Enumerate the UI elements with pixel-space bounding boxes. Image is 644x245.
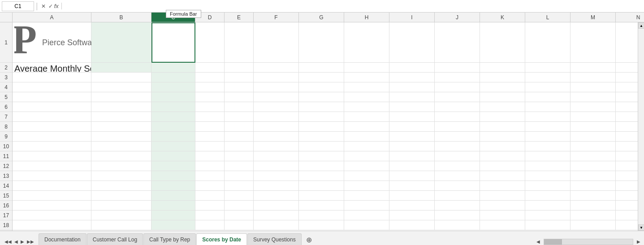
cell-i5[interactable] [389, 92, 435, 102]
cell-e11[interactable] [225, 151, 254, 161]
cell-h6[interactable] [344, 102, 389, 112]
cell-i8[interactable] [389, 122, 435, 132]
cell-g15[interactable] [299, 191, 344, 201]
col-header-i[interactable]: I [389, 13, 435, 22]
cell-i9[interactable] [389, 132, 435, 142]
cell-d18[interactable] [195, 220, 225, 230]
cell-b7[interactable] [91, 112, 151, 122]
cell-h1[interactable] [344, 22, 389, 63]
cell-i7[interactable] [389, 112, 435, 122]
tab-documentation[interactable]: Documentation [39, 233, 86, 245]
cell-f5[interactable] [254, 92, 299, 102]
cell-n3[interactable] [616, 73, 638, 82]
cell-g14[interactable] [299, 181, 344, 191]
cell-j7[interactable] [435, 112, 480, 122]
cell-e16[interactable] [225, 201, 254, 211]
cell-i11[interactable] [389, 151, 435, 161]
cell-e15[interactable] [225, 191, 254, 201]
cell-b6[interactable] [91, 102, 151, 112]
cell-a16[interactable] [13, 201, 91, 211]
cell-d15[interactable] [195, 191, 225, 201]
cell-c6[interactable] [151, 102, 195, 112]
confirm-icon[interactable]: ✓ [47, 3, 54, 9]
cell-i12[interactable] [389, 161, 435, 171]
cell-i15[interactable] [389, 191, 435, 201]
cell-g18[interactable] [299, 220, 344, 230]
cell-f15[interactable] [254, 191, 299, 201]
cell-l9[interactable] [525, 132, 571, 142]
cell-l5[interactable] [525, 92, 571, 102]
cell-l2[interactable] [525, 63, 571, 73]
cell-j8[interactable] [435, 122, 480, 132]
cell-h2[interactable] [344, 63, 389, 73]
cell-h11[interactable] [344, 151, 389, 161]
cell-h10[interactable] [344, 142, 389, 151]
cell-d4[interactable] [195, 82, 225, 92]
cell-h12[interactable] [344, 161, 389, 171]
cell-k6[interactable] [480, 102, 525, 112]
cell-d8[interactable] [195, 122, 225, 132]
cell-a14[interactable] [13, 181, 91, 191]
cell-j14[interactable] [435, 181, 480, 191]
cell-a1[interactable]: P Pierce Software [13, 22, 91, 63]
cell-e3[interactable] [225, 73, 254, 82]
cell-j4[interactable] [435, 82, 480, 92]
cell-g7[interactable] [299, 112, 344, 122]
scroll-up-btn[interactable]: ▲ [638, 22, 644, 29]
cell-e13[interactable] [225, 171, 254, 181]
cell-i3[interactable] [389, 73, 435, 82]
cell-i18[interactable] [389, 220, 435, 230]
cell-c2[interactable] [151, 63, 195, 73]
cell-d14[interactable] [195, 181, 225, 191]
cell-d11[interactable] [195, 151, 225, 161]
cell-g8[interactable] [299, 122, 344, 132]
cell-a17[interactable] [13, 211, 91, 220]
cell-i1[interactable] [389, 22, 435, 63]
cell-h8[interactable] [344, 122, 389, 132]
cell-f17[interactable] [254, 211, 299, 220]
cell-e7[interactable] [225, 112, 254, 122]
cell-j5[interactable] [435, 92, 480, 102]
tab-scroll-right-btn[interactable]: ▶ [635, 238, 642, 245]
cell-n14[interactable] [616, 181, 638, 191]
scroll-down-btn[interactable]: ▼ [638, 224, 644, 231]
cell-d13[interactable] [195, 171, 225, 181]
cell-m8[interactable] [571, 122, 616, 132]
cell-j6[interactable] [435, 102, 480, 112]
cell-l3[interactable] [525, 73, 571, 82]
cell-b8[interactable] [91, 122, 151, 132]
cell-k17[interactable] [480, 211, 525, 220]
cell-h13[interactable] [344, 171, 389, 181]
cell-d17[interactable] [195, 211, 225, 220]
formula-input[interactable] [65, 3, 642, 9]
cell-j18[interactable] [435, 220, 480, 230]
cell-g16[interactable] [299, 201, 344, 211]
cell-g9[interactable] [299, 132, 344, 142]
cancel-icon[interactable]: ✕ [40, 3, 47, 9]
col-header-j[interactable]: J [435, 13, 480, 22]
cell-h5[interactable] [344, 92, 389, 102]
cell-c5[interactable] [151, 92, 195, 102]
cell-n8[interactable] [616, 122, 638, 132]
cell-e6[interactable] [225, 102, 254, 112]
cell-n9[interactable] [616, 132, 638, 142]
cell-c3[interactable] [151, 73, 195, 82]
cell-f12[interactable] [254, 161, 299, 171]
tab-survey-questions[interactable]: Survey Questions [247, 233, 302, 245]
cell-k15[interactable] [480, 191, 525, 201]
cell-n4[interactable] [616, 82, 638, 92]
cell-g1[interactable] [299, 22, 344, 63]
cell-a2[interactable]: Average Monthly Scores [13, 63, 91, 73]
cell-f4[interactable] [254, 82, 299, 92]
cell-c12[interactable] [151, 161, 195, 171]
cell-f3[interactable] [254, 73, 299, 82]
cell-k8[interactable] [480, 122, 525, 132]
cell-c18[interactable] [151, 220, 195, 230]
cell-m15[interactable] [571, 191, 616, 201]
cell-j12[interactable] [435, 161, 480, 171]
cell-b2[interactable] [91, 63, 151, 73]
cell-m5[interactable] [571, 92, 616, 102]
cell-n1[interactable] [616, 22, 638, 63]
col-header-b[interactable]: B [91, 13, 151, 22]
cell-g4[interactable] [299, 82, 344, 92]
